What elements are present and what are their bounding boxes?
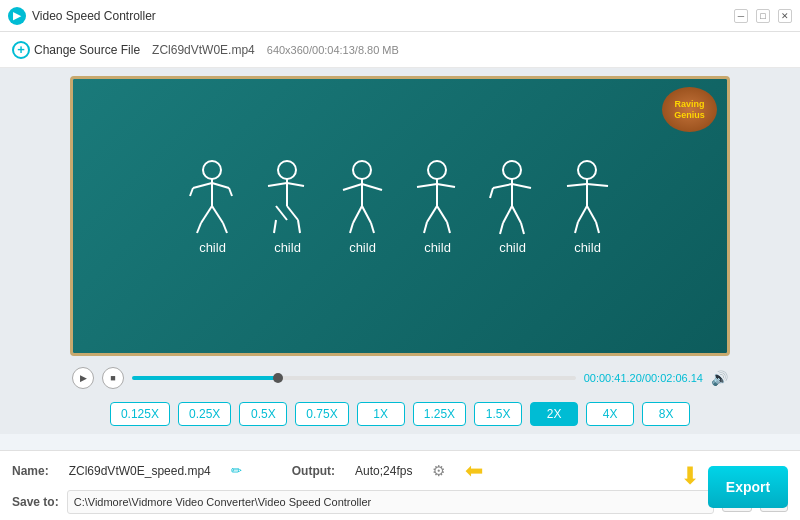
save-to-label: Save to: <box>12 495 59 509</box>
progress-track[interactable] <box>132 376 576 380</box>
svg-line-36 <box>493 184 512 188</box>
speed-button-1.25X[interactable]: 1.25X <box>413 402 466 426</box>
change-source-button[interactable]: + Change Source File <box>12 41 140 59</box>
edit-icon[interactable]: ✏ <box>231 463 242 478</box>
app-icon: ▶ <box>8 7 26 25</box>
progress-thumb[interactable] <box>273 373 283 383</box>
bottom-row2: Save to: ••• 📁 <box>12 490 788 514</box>
window-controls: ─ □ ✕ <box>734 9 792 23</box>
svg-point-0 <box>203 161 221 179</box>
svg-line-32 <box>424 222 427 233</box>
svg-line-15 <box>287 206 298 220</box>
left-arrow-icon: ⬅ <box>465 458 483 484</box>
figure-label-4: child <box>424 240 451 255</box>
speed-buttons-container: 0.125X0.25X0.5X0.75X1X1.25X1.5X2X4X8X <box>70 402 730 426</box>
maximize-button[interactable]: □ <box>756 9 770 23</box>
svg-line-16 <box>274 220 276 233</box>
stop-button[interactable]: ■ <box>102 367 124 389</box>
svg-line-25 <box>371 223 374 233</box>
logo-text: RavingGenius <box>674 99 705 121</box>
speed-button-1X[interactable]: 1X <box>357 402 405 426</box>
change-source-label: Change Source File <box>34 43 140 57</box>
svg-line-7 <box>212 206 223 223</box>
title-bar: ▶ Video Speed Controller ─ □ ✕ <box>0 0 800 32</box>
speed-button-0.25X[interactable]: 0.25X <box>178 402 231 426</box>
toolbar: + Change Source File ZCl69dVtW0E.mp4 640… <box>0 32 800 68</box>
svg-point-43 <box>578 161 596 179</box>
svg-line-42 <box>521 223 524 234</box>
down-arrow-icon: ⬇ <box>680 462 700 490</box>
svg-line-48 <box>587 206 596 222</box>
svg-line-12 <box>268 183 287 186</box>
speed-button-4X[interactable]: 4X <box>586 402 634 426</box>
speed-button-0.5X[interactable]: 0.5X <box>239 402 287 426</box>
svg-line-39 <box>503 206 512 223</box>
svg-line-40 <box>512 206 521 223</box>
bottom-row1: Name: ZCl69dVtW0E_speed.mp4 ✏ Output: Au… <box>12 458 788 484</box>
svg-line-46 <box>587 184 608 186</box>
speed-button-0.75X[interactable]: 0.75X <box>295 402 348 426</box>
figure-label-1: child <box>199 240 226 255</box>
svg-line-41 <box>500 223 503 234</box>
svg-line-31 <box>437 206 447 222</box>
figure-label-2: child <box>274 240 301 255</box>
svg-line-5 <box>229 188 232 196</box>
main-content: child child <box>0 68 800 434</box>
svg-point-34 <box>503 161 521 179</box>
svg-line-22 <box>353 206 362 223</box>
stick-figure-5: child <box>485 158 540 255</box>
svg-line-14 <box>276 206 287 220</box>
minimize-button[interactable]: ─ <box>734 9 748 23</box>
svg-line-21 <box>362 184 382 190</box>
svg-line-17 <box>298 220 300 233</box>
stick-figure-3: child <box>335 158 390 255</box>
svg-line-38 <box>490 188 493 198</box>
svg-line-4 <box>190 188 193 196</box>
output-value: Auto;24fps <box>355 464 412 478</box>
svg-line-33 <box>447 222 450 233</box>
figure-label-5: child <box>499 240 526 255</box>
settings-icon[interactable]: ⚙ <box>432 462 445 480</box>
stick-figure-1: child <box>185 158 240 255</box>
stick-figure-4: child <box>410 158 465 255</box>
svg-point-10 <box>278 161 296 179</box>
video-preview: child child <box>70 76 730 356</box>
svg-line-49 <box>575 222 578 233</box>
svg-line-23 <box>362 206 371 223</box>
save-path-input[interactable] <box>67 490 715 514</box>
speed-button-8X[interactable]: 8X <box>642 402 690 426</box>
svg-line-45 <box>567 184 587 186</box>
svg-point-18 <box>353 161 371 179</box>
stick-figure-2: child <box>260 158 315 255</box>
svg-line-50 <box>596 222 599 233</box>
speed-button-0.125X[interactable]: 0.125X <box>110 402 170 426</box>
svg-line-24 <box>350 223 353 233</box>
output-label: Output: <box>292 464 335 478</box>
svg-line-13 <box>287 183 304 186</box>
svg-line-2 <box>193 183 212 188</box>
speed-button-2X[interactable]: 2X <box>530 402 578 426</box>
svg-line-29 <box>437 184 455 187</box>
svg-line-20 <box>343 184 362 190</box>
file-info: 640x360/00:04:13/8.80 MB <box>267 44 399 56</box>
stick-figure-6: child <box>560 158 615 255</box>
current-time: 00:00:41.20/00:02:06.14 <box>584 372 703 384</box>
video-background: child child <box>73 79 727 353</box>
svg-line-8 <box>197 223 201 233</box>
svg-line-37 <box>512 184 531 188</box>
svg-line-3 <box>212 183 229 188</box>
app-title: Video Speed Controller <box>32 9 734 23</box>
raving-genius-logo: RavingGenius <box>662 87 717 132</box>
svg-line-30 <box>427 206 437 222</box>
speed-button-1.5X[interactable]: 1.5X <box>474 402 522 426</box>
progress-area: ▶ ■ 00:00:41.20/00:02:06.14 🔊 <box>70 360 730 396</box>
export-button[interactable]: Export <box>708 466 788 508</box>
plus-icon: + <box>12 41 30 59</box>
volume-icon[interactable]: 🔊 <box>711 370 728 386</box>
svg-line-28 <box>417 184 437 187</box>
play-button[interactable]: ▶ <box>72 367 94 389</box>
svg-line-6 <box>201 206 212 223</box>
close-button[interactable]: ✕ <box>778 9 792 23</box>
name-value: ZCl69dVtW0E_speed.mp4 <box>69 464 211 478</box>
figure-label-3: child <box>349 240 376 255</box>
